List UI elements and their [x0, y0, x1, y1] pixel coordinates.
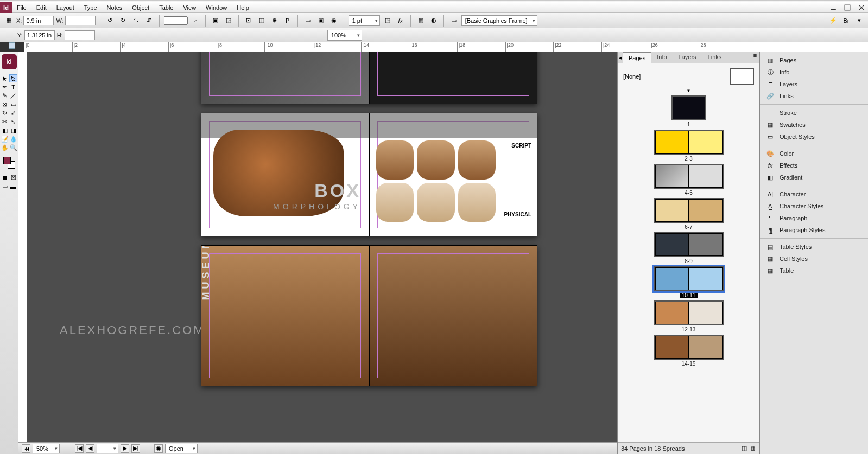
object-style-dropdown[interactable]: [Basic Graphics Frame] [461, 15, 537, 26]
object-styles-icon[interactable]: ▭ [448, 15, 459, 26]
horizontal-ruler[interactable]: |0|2|4|6|8|10|12|14|16|18|20|22|24|26|28 [24, 42, 868, 52]
pencil-tool[interactable]: ✎ [1, 92, 9, 100]
page-thumb-2-3[interactable]: 2-3 [654, 130, 724, 162]
menu-type[interactable]: Type [79, 2, 102, 13]
preview-mode[interactable]: ▬ [9, 182, 17, 190]
dock-swatches[interactable]: ▦Swatches [760, 119, 868, 131]
nav-prev-page-icon[interactable]: ◀ [86, 444, 94, 453]
panel-menu-icon[interactable]: ≡ [751, 52, 759, 63]
preflight-status-dropdown[interactable]: Open [165, 444, 198, 453]
type-tool[interactable]: T [9, 83, 17, 91]
rotate-90-ccw-icon[interactable]: ↺ [105, 15, 116, 26]
text-wrap-none-icon[interactable]: ▭ [302, 15, 313, 26]
menu-object[interactable]: Object [127, 2, 154, 13]
fit-content-prop-icon[interactable]: ⊡ [243, 15, 254, 26]
dock-gradient[interactable]: ◧Gradient [760, 171, 868, 183]
zoom-status-dropdown[interactable]: 50% [33, 444, 60, 453]
hand-tool[interactable]: ✋ [1, 144, 9, 152]
new-page-icon[interactable]: ◫ [742, 445, 747, 452]
eyedropper-tool[interactable]: 💧 [9, 135, 17, 143]
vertical-ruler[interactable] [18, 52, 27, 454]
scissors-tool[interactable]: ✂ [1, 118, 9, 126]
dock-paragraph-styles[interactable]: ¶̲Paragraph Styles [760, 224, 868, 236]
direct-selection-tool[interactable] [9, 74, 17, 82]
pen-tool[interactable]: ✒ [1, 83, 9, 91]
shear-icon[interactable]: ⟋ [190, 15, 201, 26]
select-container-icon[interactable]: ▣ [210, 15, 221, 26]
panel-divider[interactable] [621, 91, 757, 91]
x-input[interactable] [23, 16, 54, 25]
nav-first-icon[interactable]: ⏮ [22, 444, 30, 453]
dock-effects[interactable]: fxEffects [760, 159, 868, 171]
dock-character[interactable]: A|Character [760, 188, 868, 200]
menu-view[interactable]: View [178, 2, 201, 13]
corner-effects-icon[interactable]: ◳ [382, 15, 393, 26]
preflight-icon[interactable]: ◉ [154, 444, 163, 453]
fit-frame-content-icon[interactable]: ◫ [256, 15, 267, 26]
bridge-icon[interactable]: Br [841, 15, 852, 26]
gradient-feather-tool[interactable]: ◨ [9, 126, 17, 135]
dock-object-styles[interactable]: ▭Object Styles [760, 131, 868, 143]
menu-table[interactable]: Table [154, 2, 178, 13]
nav-first-page-icon[interactable]: |◀ [75, 444, 84, 453]
delete-page-icon[interactable]: 🗑 [750, 445, 756, 452]
tab-info[interactable]: Info [651, 52, 673, 63]
rotate-90-cw-icon[interactable]: ↻ [118, 15, 129, 26]
w-input[interactable] [65, 16, 96, 25]
note-tool[interactable]: 📝 [1, 135, 9, 143]
stroke-weight-dropdown[interactable]: 1 pt [349, 15, 380, 26]
flip-horizontal-icon[interactable]: ⇋ [131, 15, 142, 26]
page-thumb-1[interactable]: 1 [671, 95, 706, 127]
apply-none-button[interactable]: ☒ [9, 174, 17, 182]
master-none-thumb[interactable] [730, 68, 754, 85]
spread-8-9[interactable]: PUZZLE SOLVER GRID SYSTEMS [201, 52, 537, 104]
zoom-dropdown[interactable]: 100% [327, 30, 362, 41]
spread-10-11[interactable]: BOX MORPHOLOGY SCRIPT PHYSICAL [201, 113, 537, 236]
pathfinder-icon[interactable]: P [282, 15, 293, 26]
document-canvas[interactable]: PUZZLE SOLVER GRID SYSTEMS BOX MORPHOLOG… [27, 52, 617, 454]
zoom-tool[interactable]: 🔍 [9, 144, 17, 152]
text-wrap-object-icon[interactable]: ◉ [328, 15, 339, 26]
rotation-input[interactable] [164, 16, 188, 25]
page-nav-dropdown[interactable] [97, 444, 118, 453]
dock-character-styles[interactable]: A̲Character Styles [760, 200, 868, 212]
selection-tool[interactable] [1, 74, 9, 82]
select-content-icon[interactable]: ◲ [223, 15, 234, 26]
dock-color[interactable]: 🎨Color [760, 148, 868, 159]
menu-layout[interactable]: Layout [52, 2, 79, 13]
panel-menu-icon[interactable]: ▾ [854, 15, 865, 26]
dock-stroke[interactable]: ≡Stroke [760, 107, 868, 119]
reference-point-proxy[interactable]: ▦ [3, 15, 14, 26]
window-close-button[interactable] [854, 2, 868, 13]
menu-file[interactable]: File [12, 2, 31, 13]
menu-window[interactable]: Window [201, 2, 232, 13]
tab-links[interactable]: Links [702, 52, 728, 63]
rectangle-tool[interactable]: ▭ [9, 100, 17, 108]
nav-next-page-icon[interactable]: ▶ [121, 444, 129, 453]
dock-info[interactable]: ⓘInfo [760, 66, 868, 78]
quick-apply-icon[interactable]: ⚡ [828, 15, 839, 26]
page-thumb-6-7[interactable]: 6-7 [654, 198, 724, 230]
fill-well[interactable] [3, 157, 11, 164]
window-maximize-button[interactable] [840, 2, 854, 13]
panel-collapse-icon[interactable]: ◂ [618, 52, 623, 63]
center-content-icon[interactable]: ⊕ [269, 15, 280, 26]
page-thumb-8-9[interactable]: 8-9 [654, 232, 724, 264]
master-none-row[interactable]: [None] [620, 67, 757, 86]
menu-help[interactable]: Help [232, 2, 254, 13]
menu-notes[interactable]: Notes [102, 2, 128, 13]
normal-view-mode[interactable]: ▭ [1, 182, 9, 190]
window-minimize-button[interactable] [826, 2, 840, 13]
dock-pages[interactable]: ▥Pages [760, 54, 868, 66]
flip-vertical-icon[interactable]: ⇵ [144, 15, 155, 26]
scale-tool[interactable]: ⤢ [9, 109, 17, 117]
y-input[interactable] [24, 30, 55, 40]
effects-fx-icon[interactable]: fx [395, 15, 406, 26]
drop-shadow-icon[interactable]: ▨ [415, 15, 426, 26]
page-thumb-4-5[interactable]: 4-5 [654, 164, 724, 196]
pages-panel-body[interactable]: [None] 1 2-3 4-5 6-7 8-9 [618, 63, 759, 442]
dock-table-styles[interactable]: ▤Table Styles [760, 241, 868, 253]
page-thumb-10-11[interactable]: 10-11 [654, 266, 724, 298]
ruler-origin-corner[interactable] [9, 42, 15, 49]
gradient-swatch-tool[interactable]: ◧ [1, 126, 9, 135]
